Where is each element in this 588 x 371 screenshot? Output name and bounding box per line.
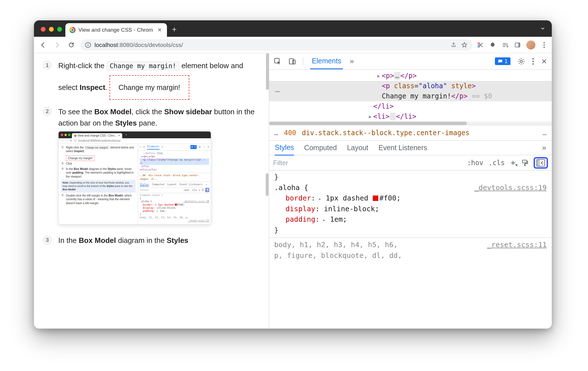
back-button[interactable]	[38, 40, 48, 50]
show-sidebar-button[interactable]	[534, 157, 548, 169]
issues-badge[interactable]: 1	[495, 57, 510, 65]
step-text: To see the	[58, 107, 94, 116]
content-area: 1 Right-click the Change my margin! elem…	[34, 53, 552, 329]
color-swatch-icon[interactable]	[373, 195, 378, 201]
svg-point-9	[544, 46, 545, 48]
filter-input[interactable]: Filter	[273, 159, 462, 167]
dom-tree[interactable]: ⋯ ▸<p>…</p> <p class="aloha" style> Chan…	[269, 70, 552, 125]
css-prop-display[interactable]: display: inline-block;	[274, 204, 547, 214]
dom-node-selected[interactable]: <p class="aloha" style> Change my margin…	[269, 81, 552, 101]
step-text: pane.	[137, 119, 157, 127]
dom-node[interactable]: </li>	[269, 101, 552, 111]
step-body: In the Box Model diagram in the Styles	[58, 235, 188, 246]
demo-margin-box[interactable]: Change my margin!	[110, 75, 189, 100]
step-text: In the	[58, 236, 79, 245]
step-bold: Box Model	[94, 107, 131, 116]
forward-button[interactable]	[52, 40, 62, 50]
devtools-toolbar: Elements » 1	[269, 53, 552, 70]
svg-point-7	[544, 42, 545, 43]
issues-count: 1	[505, 58, 508, 64]
step-text: .	[105, 83, 107, 92]
styles-scrollbar[interactable]	[266, 173, 269, 196]
address-bar[interactable]: localhost:8080/docs/devtools/css/	[80, 39, 473, 51]
svg-point-14	[533, 58, 534, 59]
step-1: 1 Right-click the Change my margin! elem…	[42, 60, 260, 100]
page-scrollbar[interactable]	[266, 53, 269, 90]
css-rule-body[interactable]: _reset.scss:11 body, h1, h2, h3, h4, h5,…	[274, 240, 547, 261]
breadcrumb-segment[interactable]: 400	[284, 129, 296, 137]
expand-shorthand-icon[interactable]: ▸	[319, 217, 326, 223]
svg-rect-18	[524, 164, 525, 166]
svg-rect-11	[289, 59, 294, 64]
minimize-window-button[interactable]	[49, 27, 54, 32]
layout-tab[interactable]: Layout	[347, 144, 368, 152]
extensions-icon[interactable]	[489, 41, 496, 49]
inspect-element-icon[interactable]	[274, 57, 282, 65]
dom-overflow-icon[interactable]: ⋯	[275, 86, 280, 97]
side-panel-icon[interactable]	[514, 41, 521, 49]
event-listeners-tab[interactable]: Event Listeners	[379, 144, 427, 152]
devtools-panel: Elements » 1 ⋯	[269, 53, 552, 329]
step-bold: Box Model	[79, 236, 116, 245]
step-number: 3	[42, 235, 52, 245]
tabs-dropdown-button[interactable]	[540, 25, 546, 31]
css-rule-aloha[interactable]: .aloha { _devtools.scss:19 border: ▸ 1px…	[274, 182, 547, 236]
maximize-window-button[interactable]	[57, 27, 62, 32]
rule-source-link[interactable]: _devtools.scss:19	[474, 182, 547, 193]
svg-rect-20	[537, 159, 540, 166]
reload-button[interactable]	[66, 40, 76, 50]
chrome-logo-icon	[69, 27, 76, 33]
settings-gear-icon[interactable]	[517, 57, 525, 65]
dom-horizontal-scrollbar[interactable]	[269, 122, 552, 125]
step-text: diagram in the	[116, 236, 167, 245]
step-number: 1	[42, 61, 52, 70]
bookmark-star-icon[interactable]	[461, 41, 468, 49]
styles-tabbar: Styles Computed Layout Event Listeners »	[269, 141, 552, 155]
expand-shorthand-icon[interactable]: ▸	[315, 196, 321, 202]
hov-toggle[interactable]: :hov	[467, 159, 483, 167]
dom-node[interactable]: ▸<p>…</p>	[269, 71, 552, 81]
reading-list-icon[interactable]	[501, 41, 509, 49]
step-body: Right-click the Change my margin! elemen…	[58, 60, 260, 100]
css-prop-padding[interactable]: padding: ▸ 1em;	[274, 214, 547, 225]
breadcrumb-bar[interactable]: … 400 div.stack.stack--block.type.center…	[269, 125, 552, 141]
dom-node[interactable]: ▸<li> </li>	[269, 111, 552, 122]
browser-tab[interactable]: View and change CSS - Chrom ✕	[65, 23, 167, 37]
more-tabs-icon[interactable]: »	[350, 57, 354, 66]
breadcrumb-more[interactable]: …	[543, 129, 547, 137]
close-window-button[interactable]	[41, 27, 46, 32]
svg-point-8	[544, 44, 545, 45]
styles-tab[interactable]: Styles	[275, 140, 294, 156]
svg-rect-17	[522, 160, 527, 163]
scissors-extension-icon[interactable]	[477, 41, 484, 49]
computed-tab[interactable]: Computed	[304, 144, 337, 152]
styles-filter-bar: Filter :hov .cls	[269, 155, 552, 171]
breadcrumb-more[interactable]: …	[274, 129, 278, 137]
step-2: 2 To see the Box Model, click the Show s…	[42, 106, 260, 228]
close-tab-button[interactable]: ✕	[158, 27, 162, 33]
rule-brace: }	[274, 172, 547, 182]
rule-selector[interactable]: .aloha {	[274, 184, 308, 192]
more-styles-tabs-icon[interactable]: »	[542, 144, 546, 152]
cls-toggle[interactable]: .cls	[488, 159, 505, 167]
css-prop-border[interactable]: border: ▸ 1px dashed #f00;	[274, 193, 547, 204]
step-3: 3 In the Box Model diagram in the Styles	[42, 235, 260, 246]
share-icon[interactable]	[450, 41, 457, 49]
site-info-icon[interactable]	[85, 42, 91, 48]
paint-mode-icon[interactable]	[521, 159, 529, 167]
rule-selector[interactable]: p, figure, blockquote, dl, dd,	[274, 250, 547, 261]
devtools-menu-icon[interactable]	[532, 58, 534, 65]
new-rule-button[interactable]	[510, 160, 516, 166]
new-tab-button[interactable]: +	[172, 25, 177, 34]
styles-rules[interactable]: } .aloha { _devtools.scss:19 border: ▸ 1…	[269, 171, 552, 263]
device-toggle-icon[interactable]	[288, 57, 296, 65]
svg-rect-2	[88, 44, 88, 46]
elements-tab[interactable]: Elements	[310, 53, 343, 69]
breadcrumb-segment[interactable]: div.stack.stack--block.type.center-image…	[302, 129, 469, 137]
rule-source-link[interactable]: _reset.scss:11	[487, 240, 547, 250]
close-devtools-icon[interactable]	[541, 58, 547, 64]
step-bold: Styles	[167, 236, 188, 245]
browser-menu-icon[interactable]	[540, 41, 548, 49]
step-text: Right-click the	[58, 61, 107, 70]
profile-avatar[interactable]	[526, 40, 535, 49]
